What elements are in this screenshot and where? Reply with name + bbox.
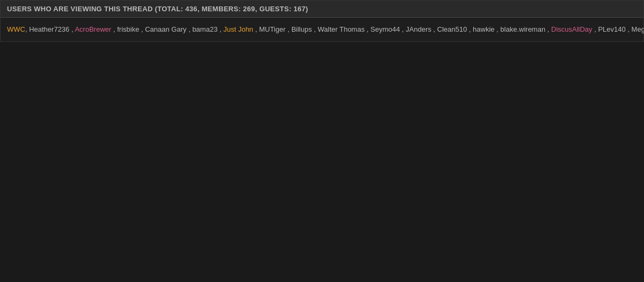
users-list: WWC, Heather7236 , AcroBrewer , frisbike… (1, 18, 643, 41)
user-list-text: WWC, Heather7236 , AcroBrewer , frisbike… (7, 25, 644, 33)
panel-header: USERS WHO ARE VIEWING THIS THREAD (TOTAL… (1, 1, 643, 18)
thread-viewers-panel: USERS WHO ARE VIEWING THIS THREAD (TOTAL… (0, 0, 644, 42)
